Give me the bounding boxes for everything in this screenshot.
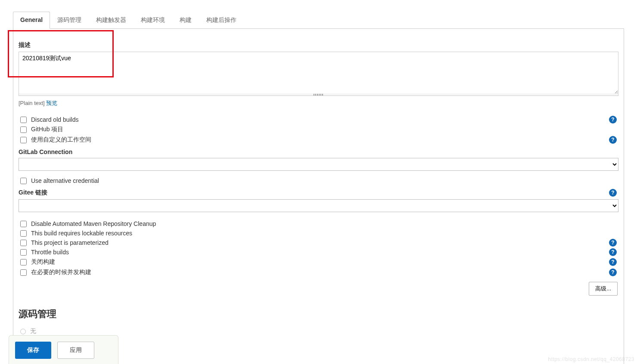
description-textarea[interactable]	[19, 52, 618, 95]
checkbox-github[interactable]	[20, 126, 27, 133]
watermark: https://blog.csdn.net/qq_42068723	[548, 356, 634, 362]
gitee-link-label: Gitee 链接 ?	[19, 189, 618, 197]
description-label: 描述	[19, 41, 618, 49]
help-icon[interactable]: ?	[609, 268, 617, 276]
gitlab-connection-label: GitLab Connection	[19, 148, 618, 155]
gitee-link-select[interactable]	[19, 199, 618, 212]
checkbox-concurrent[interactable]	[20, 269, 27, 276]
scm-heading: 源码管理	[19, 308, 618, 321]
save-button[interactable]: 保存	[15, 342, 51, 359]
label-alt-cred: Use alternative credential	[31, 177, 99, 184]
radio-scm-none[interactable]	[20, 329, 26, 334]
label-github: GitHub 项目	[31, 126, 63, 133]
jenkins-config-page: General 源码管理 构建触发器 构建环境 构建 构建后操作 描述 [Pla…	[0, 0, 637, 364]
label-throttle: Throttle builds	[31, 249, 69, 256]
checkbox-throttle[interactable]	[20, 249, 27, 256]
row-alt-credential: Use alternative credential	[19, 176, 618, 185]
help-icon[interactable]: ?	[609, 136, 617, 144]
checkbox-disable-build[interactable]	[20, 259, 27, 265]
row-discard-old-builds: Discard old builds ?	[19, 115, 618, 124]
label-concurrent: 在必要的时候并发构建	[31, 268, 91, 276]
label-parameterized: This project is parameterized	[31, 239, 109, 246]
row-maven-cleanup: Disable Automated Maven Repository Clean…	[19, 219, 618, 228]
help-icon[interactable]: ?	[609, 116, 617, 123]
preview-link[interactable]: 预览	[46, 100, 57, 106]
config-tabs: General 源码管理 构建触发器 构建环境 构建 构建后操作	[13, 12, 624, 29]
advanced-row: 高级...	[19, 282, 618, 296]
advanced-button[interactable]: 高级...	[589, 282, 618, 296]
label-lockable: This build requires lockable resources	[31, 230, 132, 237]
textarea-resize-handle[interactable]	[19, 93, 618, 96]
tab-post[interactable]: 构建后操作	[199, 12, 244, 28]
tab-env[interactable]: 构建环境	[134, 12, 172, 28]
label-maven-cleanup: Disable Automated Maven Repository Clean…	[31, 220, 156, 227]
checkbox-discard[interactable]	[20, 117, 27, 123]
row-throttle: Throttle builds ?	[19, 247, 618, 257]
row-custom-workspace: 使用自定义的工作空间 ?	[19, 135, 618, 145]
checkbox-alt-cred[interactable]	[20, 178, 27, 184]
tab-scm[interactable]: 源码管理	[50, 12, 89, 28]
tab-general[interactable]: General	[13, 12, 50, 29]
row-parameterized: This project is parameterized ?	[19, 238, 618, 247]
label-discard: Discard old builds	[31, 116, 79, 123]
checkbox-lockable[interactable]	[20, 230, 27, 237]
tab-triggers[interactable]: 构建触发器	[89, 12, 134, 28]
row-disable-build: 关闭构建 ?	[19, 257, 618, 267]
help-icon[interactable]: ?	[609, 248, 617, 256]
description-format-line: [Plain text] 预览	[19, 99, 618, 107]
tab-build[interactable]: 构建	[172, 12, 199, 28]
checkbox-custom-ws[interactable]	[20, 137, 27, 143]
label-disable-build: 关闭构建	[31, 258, 55, 266]
label-custom-ws: 使用自定义的工作空间	[31, 136, 91, 144]
row-lockable: This build requires lockable resources	[19, 228, 618, 238]
gitlab-connection-select[interactable]	[19, 158, 618, 171]
help-icon[interactable]: ?	[609, 239, 617, 247]
label-scm-none: 无	[30, 327, 36, 335]
help-icon[interactable]: ?	[609, 189, 617, 197]
footer-actions: 保存 应用	[9, 335, 118, 364]
row-github-project: GitHub 项目	[19, 124, 618, 135]
checkbox-maven-cleanup[interactable]	[20, 221, 27, 227]
help-icon[interactable]: ?	[609, 258, 617, 266]
checkbox-parameterized[interactable]	[20, 240, 27, 246]
apply-button[interactable]: 应用	[57, 342, 94, 359]
row-concurrent: 在必要的时候并发构建 ?	[19, 267, 618, 278]
format-plain-text: [Plain text]	[19, 100, 45, 106]
general-panel: 描述 [Plain text] 预览 Discard old builds ? …	[13, 28, 624, 364]
